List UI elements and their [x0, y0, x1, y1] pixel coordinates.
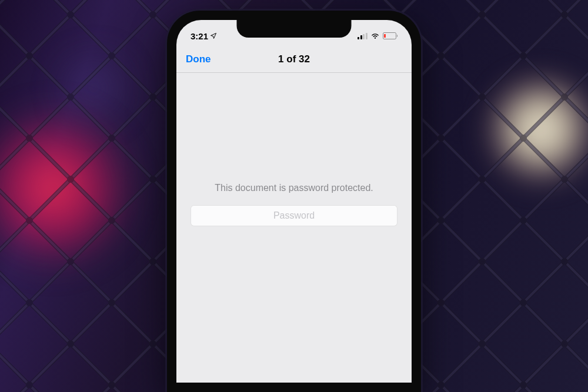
wifi-icon: [370, 32, 380, 39]
password-input[interactable]: [191, 205, 397, 226]
battery-icon: [383, 32, 398, 39]
cellular-signal-icon: [358, 33, 368, 39]
location-icon: [210, 32, 217, 39]
content-area: This document is password protected.: [176, 49, 412, 359]
status-time: 3:21: [191, 31, 208, 41]
page-title: 1 of 32: [278, 53, 310, 65]
nav-header: Done 1 of 32: [176, 46, 412, 73]
phone-screen: 3:21: [176, 20, 412, 383]
display-notch: [237, 20, 352, 38]
done-button[interactable]: Done: [186, 53, 211, 65]
phone-bezel: 3:21: [167, 11, 421, 392]
password-protected-message: This document is password protected.: [215, 183, 373, 193]
